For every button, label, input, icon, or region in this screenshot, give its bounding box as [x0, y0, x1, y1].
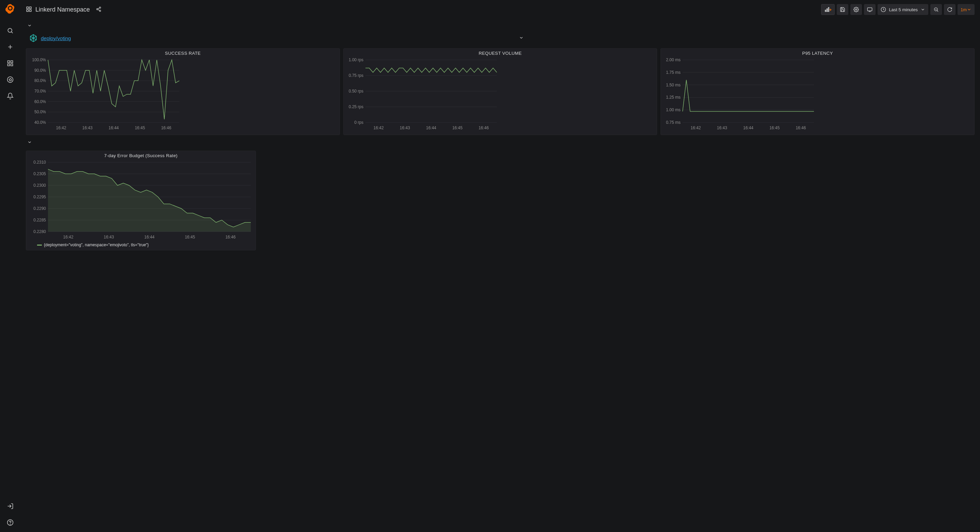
chart-success-rate: 40.0%50.0%60.0%70.0%80.0%90.0%100.0%16:4… — [29, 57, 182, 132]
explore-icon[interactable] — [3, 73, 17, 86]
svg-text:1.00 rps: 1.00 rps — [348, 57, 363, 62]
panel-title: 7-day Error Budget (Success Rate) — [29, 153, 253, 158]
chart-error-budget: 0.22800.22850.22900.22950.23000.23050.23… — [29, 160, 253, 241]
deploy-link[interactable]: deploy/voting — [41, 35, 71, 41]
svg-text:16:43: 16:43 — [399, 125, 410, 130]
svg-rect-2 — [11, 61, 13, 63]
svg-text:0 rps: 0 rps — [354, 120, 363, 125]
svg-rect-9 — [30, 7, 31, 8]
svg-text:16:43: 16:43 — [104, 235, 114, 240]
panel-title: REQUEST VOLUME — [347, 51, 508, 56]
dashboards-icon[interactable] — [3, 56, 17, 70]
svg-text:16:46: 16:46 — [479, 125, 488, 130]
svg-rect-4 — [11, 64, 13, 66]
legend-label: {deployment="voting", namespace="emojivo… — [44, 243, 149, 247]
svg-text:16:44: 16:44 — [426, 125, 436, 130]
svg-text:16:42: 16:42 — [56, 125, 66, 130]
dashboard-icon — [26, 6, 32, 13]
svg-text:0.75 rps: 0.75 rps — [348, 73, 363, 78]
svg-point-13 — [97, 8, 98, 10]
svg-text:16:46: 16:46 — [161, 125, 171, 130]
svg-rect-3 — [8, 64, 10, 66]
chevron-down-icon — [27, 23, 32, 28]
svg-text:0.50 rps: 0.50 rps — [348, 89, 363, 94]
svg-text:100.0%: 100.0% — [32, 57, 46, 62]
svg-text:16:45: 16:45 — [452, 125, 463, 130]
svg-rect-8 — [27, 7, 28, 8]
svg-rect-10 — [27, 10, 28, 11]
svg-text:16:42: 16:42 — [373, 125, 383, 130]
alerting-icon[interactable] — [3, 89, 17, 103]
svg-text:16:44: 16:44 — [108, 125, 119, 130]
panel-success-rate[interactable]: SUCCESS RATE 40.0%50.0%60.0%70.0%80.0%90… — [26, 48, 340, 135]
svg-text:0.25 rps: 0.25 rps — [348, 105, 363, 109]
deploy-row: deploy/voting — [26, 31, 508, 48]
svg-text:16:45: 16:45 — [135, 125, 145, 130]
svg-text:0.2280: 0.2280 — [33, 229, 46, 234]
svg-text:0.2295: 0.2295 — [33, 195, 46, 199]
panel-request-volume[interactable]: REQUEST VOLUME 0 rps0.25 rps0.50 rps0.75… — [343, 48, 508, 135]
svg-text:0.2290: 0.2290 — [33, 206, 46, 211]
svg-rect-1 — [8, 61, 10, 63]
chart-request-volume: 0 rps0.25 rps0.50 rps0.75 rps1.00 rps16:… — [347, 57, 500, 132]
sidebar — [0, 0, 21, 276]
svg-point-0 — [8, 28, 12, 32]
topbar: Linkerd Namespace + Last 5 minutes 1m — [21, 0, 508, 19]
row-toggle[interactable] — [26, 22, 508, 31]
linkerd-icon — [29, 33, 38, 43]
row-toggle[interactable] — [26, 138, 508, 147]
content: deploy/voting SUCCESS RATE 40.0%50.0%60.… — [21, 19, 508, 276]
panels-row: SUCCESS RATE 40.0%50.0%60.0%70.0%80.0%90… — [26, 48, 508, 135]
svg-text:16:44: 16:44 — [144, 235, 154, 240]
svg-point-12 — [99, 7, 101, 8]
svg-text:40.0%: 40.0% — [34, 120, 46, 125]
panel-title: SUCCESS RATE — [29, 51, 337, 56]
svg-text:16:45: 16:45 — [185, 235, 195, 240]
chart-legend: {deployment="voting", namespace="emojivo… — [29, 241, 253, 247]
svg-text:0.2310: 0.2310 — [33, 160, 46, 165]
svg-text:16:46: 16:46 — [225, 235, 235, 240]
page-title[interactable]: Linkerd Namespace — [35, 6, 90, 13]
legend-swatch — [37, 245, 42, 246]
search-icon[interactable] — [3, 24, 17, 37]
grafana-logo[interactable] — [5, 3, 16, 14]
svg-rect-11 — [30, 10, 31, 11]
panel-error-budget[interactable]: 7-day Error Budget (Success Rate) 0.2280… — [26, 151, 256, 250]
svg-text:90.0%: 90.0% — [34, 68, 46, 73]
svg-text:50.0%: 50.0% — [34, 110, 46, 114]
svg-text:60.0%: 60.0% — [34, 99, 46, 104]
svg-text:0.2285: 0.2285 — [33, 218, 46, 222]
plus-icon[interactable] — [3, 40, 17, 54]
svg-text:16:43: 16:43 — [82, 125, 92, 130]
svg-text:70.0%: 70.0% — [34, 89, 46, 94]
svg-point-14 — [99, 10, 101, 11]
chevron-down-icon — [27, 140, 32, 145]
svg-text:80.0%: 80.0% — [34, 78, 46, 83]
svg-point-5 — [8, 77, 13, 83]
svg-text:0.2305: 0.2305 — [33, 172, 46, 176]
svg-text:16:42: 16:42 — [63, 235, 73, 240]
svg-text:0.2300: 0.2300 — [33, 183, 46, 188]
share-icon[interactable] — [96, 6, 102, 13]
